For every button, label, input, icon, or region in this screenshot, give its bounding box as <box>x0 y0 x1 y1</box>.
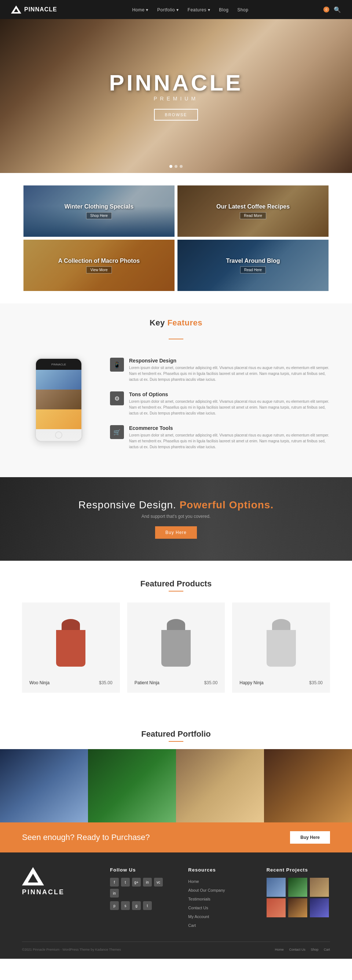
footer-link-contact-anchor[interactable]: Contact Us <box>188 905 208 910</box>
navbar-icons: 0 🔍 <box>323 6 341 13</box>
footer-bottom-home[interactable]: Home <box>275 948 284 951</box>
nav-link-features[interactable]: Features ▾ <box>188 7 210 13</box>
portfolio-item-desert[interactable] <box>264 749 352 822</box>
nav-link-shop[interactable]: Shop <box>237 7 248 13</box>
phone-logo-small: PINNACLE <box>51 363 66 366</box>
product-name-woo: Woo Ninja <box>29 680 49 685</box>
feature-ecommerce-desc: Lorem ipsum dolor sit amet, consectetur … <box>129 433 330 450</box>
social-tumblr[interactable]: t <box>143 901 152 910</box>
portfolio-item-city[interactable] <box>0 749 88 822</box>
footer-link-home-anchor[interactable]: Home <box>188 879 199 884</box>
cart-badge[interactable]: 0 <box>323 6 329 13</box>
footer-resources-col: Resources Home About Our Company Testimo… <box>188 867 252 931</box>
project-thumb-3[interactable] <box>310 878 329 897</box>
product-card-happy[interactable]: Happy Ninja $35.00 <box>232 603 330 693</box>
nav-link-home[interactable]: Home ▾ <box>132 7 148 13</box>
portfolio-desert-bg <box>264 749 352 822</box>
cta-banner: Responsive Design. Powerful Options. And… <box>0 477 352 561</box>
promo-winter-overlay: Winter Clothing Specials Shop Here <box>24 185 175 237</box>
social-instagram[interactable]: in <box>110 889 119 897</box>
footer-grid: PINNACLE Follow Us f t g+ in vc in p s g… <box>22 867 330 931</box>
footer-link-account[interactable]: My Account <box>188 913 252 920</box>
hero-browse-button[interactable]: BROWSE <box>154 109 198 121</box>
portfolio-laptop-bg <box>176 749 264 822</box>
nav-link-portfolio[interactable]: Portfolio ▾ <box>157 7 179 13</box>
promo-item-travel[interactable]: Travel Around Blog Read Here <box>177 240 328 291</box>
nav-item-features[interactable]: Features ▾ <box>188 6 210 13</box>
promo-item-macro[interactable]: A Collection of Macro Photos View More <box>24 240 175 291</box>
site-logo[interactable]: PINNACLE <box>11 5 57 14</box>
footer-bottom-cart[interactable]: Cart <box>324 948 330 951</box>
logo-text: PINNACLE <box>24 6 57 13</box>
feature-options-text: Tons of Options Lorem ipsum dolor sit am… <box>129 391 330 416</box>
phone-mockup-container: PINNACLE <box>22 358 96 442</box>
portfolio-section: Featured Portfolio <box>0 711 352 822</box>
footer-social-row2: p s g t <box>110 901 174 910</box>
nav-item-home[interactable]: Home ▾ <box>132 6 148 13</box>
hero-dots <box>169 165 183 168</box>
promo-grid: Winter Clothing Specials Shop Here Our L… <box>22 184 330 293</box>
product-card-woo[interactable]: Woo Ninja $35.00 <box>22 603 120 693</box>
project-thumb-6[interactable] <box>310 898 329 917</box>
footer-social-row1: f t g+ in vc in <box>110 878 174 897</box>
promo-item-coffee[interactable]: Our Latest Coffee Recipes Read More <box>177 185 328 237</box>
nav-link-blog[interactable]: Blog <box>219 7 228 13</box>
footer-link-home[interactable]: Home <box>188 878 252 885</box>
promo-item-winter[interactable]: Winter Clothing Specials Shop Here <box>24 185 175 237</box>
footer-link-account-anchor[interactable]: My Account <box>188 915 209 919</box>
project-thumb-4[interactable] <box>266 898 286 917</box>
promo-macro-title: A Collection of Macro Photos <box>58 258 140 264</box>
social-googleplus[interactable]: g+ <box>132 878 141 886</box>
social-facebook[interactable]: f <box>110 878 119 886</box>
hero-dot-1[interactable] <box>169 165 172 168</box>
promo-macro-link[interactable]: View More <box>86 266 111 274</box>
project-thumb-5[interactable] <box>288 898 307 917</box>
promo-winter-link[interactable]: Shop Here <box>86 212 112 219</box>
hero-dot-3[interactable] <box>180 165 183 168</box>
footer-bottom: ©2021 Pinnacle Premium - WordPress Theme… <box>22 942 330 951</box>
phone-screen-top: PINNACLE <box>36 359 81 370</box>
social-pinterest[interactable]: p <box>110 901 119 910</box>
hoodie-body-red <box>56 630 86 667</box>
hero-section: PINNACLE PREMIUM BROWSE <box>0 19 352 173</box>
nav-item-shop[interactable]: Shop <box>237 6 248 13</box>
hero-content: PINNACLE PREMIUM BROWSE <box>109 72 243 121</box>
footer-projects-grid <box>266 878 330 917</box>
product-card-patient[interactable]: Patient Ninja $35.00 <box>127 603 225 693</box>
footer-link-about-anchor[interactable]: About Our Company <box>188 888 225 892</box>
promo-travel-link[interactable]: Read Here <box>240 266 266 274</box>
buy-banner-text: Seen enough? Ready to Purchase? <box>22 833 150 842</box>
options-icon: ⚙ <box>110 391 124 405</box>
footer-link-testimonials-anchor[interactable]: Testimonials <box>188 897 210 901</box>
nav-item-portfolio[interactable]: Portfolio ▾ <box>157 6 179 13</box>
promo-travel-overlay: Travel Around Blog Read Here <box>177 240 328 291</box>
footer-link-testimonials[interactable]: Testimonials <box>188 895 252 902</box>
social-vimeo[interactable]: vc <box>154 878 163 886</box>
cta-buy-button[interactable]: Buy Here <box>155 526 197 539</box>
search-icon[interactable]: 🔍 <box>334 6 341 13</box>
product-hoodie-light <box>263 619 299 667</box>
promo-coffee-overlay: Our Latest Coffee Recipes Read More <box>177 185 328 237</box>
footer-link-cart[interactable]: Cart <box>188 922 252 928</box>
footer-link-about[interactable]: About Our Company <box>188 886 252 893</box>
hero-dot-2[interactable] <box>175 165 177 168</box>
footer-link-cart-anchor[interactable]: Cart <box>188 923 196 928</box>
social-google[interactable]: g <box>132 901 141 910</box>
portfolio-item-nature[interactable] <box>88 749 176 822</box>
feature-options-desc: Lorem ipsum dolor sit amet, consectetur … <box>129 399 330 416</box>
nav-item-blog[interactable]: Blog <box>219 6 228 13</box>
project-thumb-1[interactable] <box>266 878 286 897</box>
promo-coffee-link[interactable]: Read More <box>240 212 266 219</box>
project-thumb-2[interactable] <box>288 878 307 897</box>
portfolio-item-laptop[interactable] <box>176 749 264 822</box>
ecommerce-icon: 🛒 <box>110 425 124 439</box>
social-twitter[interactable]: t <box>121 878 130 886</box>
buy-banner-button[interactable]: Buy Here <box>290 831 330 844</box>
footer-link-contact[interactable]: Contact Us <box>188 904 252 911</box>
footer-bottom-links: Home Contact Us Shop Cart <box>271 948 330 951</box>
social-linkedin[interactable]: in <box>143 878 152 886</box>
footer-bottom-shop[interactable]: Shop <box>311 948 318 951</box>
feature-ecommerce-title: Ecommerce Tools <box>129 425 330 431</box>
footer-bottom-contact[interactable]: Contact Us <box>289 948 306 951</box>
social-stumble[interactable]: s <box>121 901 130 910</box>
